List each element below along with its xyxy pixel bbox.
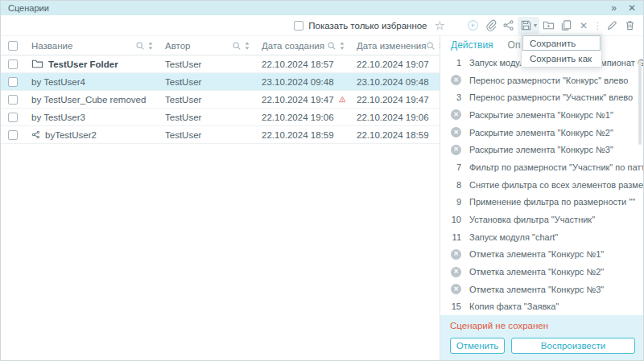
row-checkbox[interactable]	[8, 95, 18, 105]
blocked-icon: ✕	[451, 127, 461, 137]
action-item[interactable]: 7 Фильтр по размерности "Участник" по па…	[440, 158, 643, 176]
cancel-button[interactable]: Отменить	[450, 338, 505, 354]
action-item[interactable]: ✕ Отметка элемента "Конкурс №3"	[440, 281, 643, 298]
chevron-down-icon[interactable]: ▾	[534, 23, 537, 29]
favorites-checkbox[interactable]	[294, 21, 303, 31]
action-item[interactable]: ✕ Раскрытие элемента "Конкурс №2"	[440, 124, 643, 142]
copy-button[interactable]	[557, 17, 575, 35]
menu-item-save[interactable]: Сохранить	[522, 35, 601, 51]
copy-icon	[560, 19, 572, 31]
play-button[interactable]	[464, 17, 482, 35]
select-all-checkbox[interactable]	[8, 41, 18, 51]
column-header-created[interactable]: Дата создания	[255, 36, 350, 55]
table-row[interactable]: by TestUser3 TestUser 22.10.2024 19:06 2…	[1, 109, 440, 126]
blocked-icon: ✕	[451, 284, 461, 294]
action-item[interactable]: 8 Снятие фильтра со всех элементов разме…	[440, 176, 643, 194]
search-icon[interactable]	[232, 41, 242, 51]
table-row-selected[interactable]: by TestUser4 TestUser 23.10.2024 09:48 2…	[1, 73, 440, 91]
panel-footer: Сценарий не сохранен Отменить Воспроизве…	[440, 315, 643, 360]
scenario-detail-panel: Действия Описание 1 Запуск модуля "multi…	[440, 36, 643, 360]
save-icon	[520, 19, 532, 31]
menu-item-save-as[interactable]: Сохранить как	[522, 51, 601, 66]
attach-button[interactable]	[482, 17, 500, 35]
blocked-icon: ✕	[451, 249, 461, 260]
action-item[interactable]: 15 Копия факта "Заявка"	[440, 298, 643, 315]
row-checkbox[interactable]	[8, 130, 18, 140]
save-dropdown-menu: Сохранить Сохранить как	[521, 34, 602, 68]
action-item[interactable]: ✕ Раскрытие элемента "Конкурс №1"	[440, 106, 643, 124]
folder-icon	[31, 58, 43, 70]
toolbar-divider-icon: ⋮	[592, 21, 603, 31]
blocked-icon: ✕	[451, 75, 461, 85]
remove-button[interactable]: ✕	[575, 17, 592, 35]
status-text: Сценарий не сохранен	[450, 321, 635, 330]
warning-icon	[339, 94, 345, 105]
blocked-icon: ✕	[451, 267, 461, 277]
action-item[interactable]: ✕ Раскрытие элемента "Конкурс №3"	[440, 141, 643, 158]
column-header-author[interactable]: Автор	[159, 36, 255, 55]
star-icon: ☆	[435, 19, 445, 31]
shared-scenario-icon	[31, 130, 40, 139]
action-item[interactable]: ✕ Перенос размерности "Конкурс" влево	[440, 72, 643, 89]
table-row[interactable]: byTestUser2 TestUser 22.10.2024 18:59 22…	[1, 126, 440, 144]
search-icon[interactable]	[426, 41, 436, 51]
remove-icon: ✕	[580, 21, 588, 31]
window-title: Сценарии	[8, 3, 49, 13]
collapse-icon[interactable]: »	[611, 3, 617, 13]
blocked-icon: ✕	[451, 109, 461, 120]
pencil-icon	[606, 19, 618, 31]
delete-button[interactable]	[621, 17, 638, 35]
main-content: Название Автор Дата создания	[1, 36, 643, 360]
close-icon[interactable]: ✕	[628, 3, 636, 13]
scrollbar-thumb[interactable]	[638, 60, 642, 145]
column-header-name[interactable]: Название	[25, 36, 159, 55]
new-folder-button[interactable]	[539, 17, 557, 35]
action-item[interactable]: 3 Перенос размерности "Участник" влево	[440, 88, 643, 106]
table-header: Название Автор Дата создания	[1, 36, 440, 55]
sort-icon[interactable]	[339, 41, 345, 51]
titlebar: Сценарии » ✕	[1, 1, 643, 15]
action-item[interactable]: ✕ Отметка элемента "Конкурс №2"	[440, 263, 643, 281]
scenario-table: Название Автор Дата создания	[1, 36, 440, 360]
action-item[interactable]: 11 Запуск модуля "chart"	[440, 228, 643, 246]
tab-actions[interactable]: Действия	[451, 39, 493, 51]
favorites-filter[interactable]: Показать только избранное ☆	[294, 19, 445, 31]
action-item[interactable]: ✕ Отметка элемента "Конкурс №1"	[440, 246, 643, 264]
blocked-icon: ✕	[451, 145, 461, 155]
action-list: 1 Запуск модуля "multisphere" "Чемпионат…	[440, 54, 643, 315]
edit-button[interactable]	[603, 17, 621, 35]
column-header-modified[interactable]: Дата изменения	[350, 36, 440, 55]
row-checkbox[interactable]	[8, 59, 18, 69]
sort-icon[interactable]	[147, 41, 154, 51]
favorites-label: Показать только избранное	[308, 21, 427, 31]
play-button[interactable]: Воспроизвести	[511, 338, 635, 354]
play-icon	[467, 19, 479, 31]
paperclip-icon	[485, 19, 497, 31]
search-icon[interactable]	[327, 41, 336, 51]
table-row[interactable]: TestUser Folder TestUser 22.10.2024 18:5…	[1, 55, 440, 73]
share-icon	[502, 19, 514, 31]
sort-icon[interactable]	[244, 41, 250, 51]
save-button[interactable]: ▾	[518, 17, 539, 35]
row-checkbox[interactable]	[8, 77, 18, 87]
share-button[interactable]	[500, 17, 518, 35]
action-item[interactable]: 10 Установка фильтра "Участник"	[440, 211, 643, 228]
scenarios-window: Сценарии » ✕ Показать только избранное ☆	[0, 0, 644, 361]
row-checkbox[interactable]	[8, 113, 18, 122]
search-icon[interactable]	[135, 41, 145, 51]
trash-icon	[624, 19, 636, 31]
action-item[interactable]: 9 Применение фильтра по размерности ""	[440, 194, 643, 211]
table-row[interactable]: by TestUser_Cube removed TestUser 22.10.…	[1, 91, 440, 109]
toolbar-icon-group: ▾ ✕ ⋮	[464, 17, 638, 35]
folder-plus-icon	[543, 19, 555, 31]
